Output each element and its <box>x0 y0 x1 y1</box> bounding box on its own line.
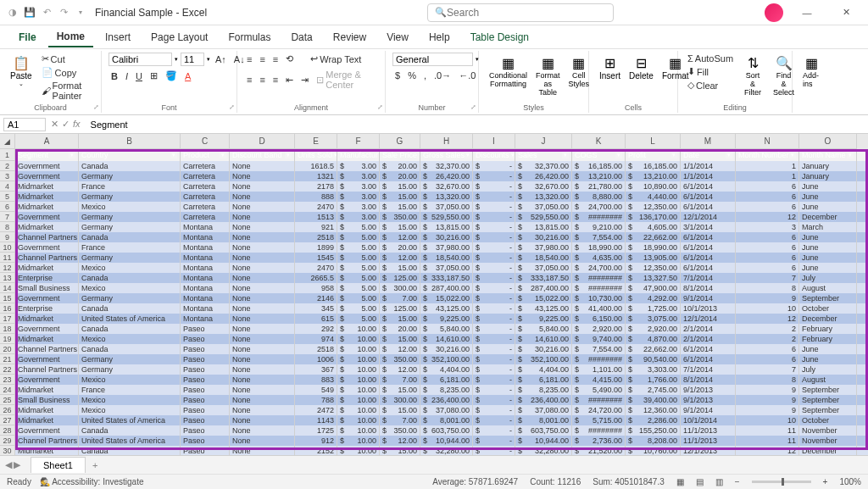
table-cell[interactable]: $10.00 <box>337 405 380 415</box>
table-cell[interactable]: Montana <box>181 242 230 253</box>
table-cell[interactable]: Enterprise <box>15 303 79 314</box>
table-cell[interactable]: $15.00 <box>380 314 420 324</box>
table-cell[interactable]: 1725 <box>295 425 337 436</box>
table-cell[interactable]: Mexico <box>79 334 181 344</box>
table-cell[interactable]: None <box>230 293 295 303</box>
table-cell[interactable]: $30,216.00 <box>420 344 473 354</box>
table-cell[interactable]: Germany <box>79 293 181 303</box>
table-cell[interactable]: $- <box>473 263 515 273</box>
col-header[interactable]: D <box>230 134 295 149</box>
enter-formula-icon[interactable]: ✓ <box>62 119 70 130</box>
table-cell[interactable]: 1321 <box>295 171 337 181</box>
table-cell[interactable]: $16,185.00 <box>572 161 626 171</box>
italic-button[interactable]: I <box>123 70 131 82</box>
table-cell[interactable]: $13,815.00 <box>515 222 572 232</box>
table-cell[interactable]: Midmarket <box>15 192 79 202</box>
table-cell[interactable]: $350.00 <box>380 212 420 222</box>
table-cell[interactable]: $12.00 <box>380 232 420 242</box>
tab-table-design[interactable]: Table Design <box>462 28 537 47</box>
table-cell[interactable]: Germany <box>79 364 181 375</box>
row-header[interactable]: 28 <box>0 425 15 436</box>
table-cell[interactable]: $9,225.00 <box>420 314 473 324</box>
table-cell[interactable]: Paseo <box>181 436 230 446</box>
table-cell[interactable]: $155,250.00 <box>626 425 681 436</box>
table-cell[interactable]: $300.00 <box>380 395 420 405</box>
row-header[interactable]: 27 <box>0 415 15 425</box>
table-cell[interactable]: September <box>799 293 857 303</box>
table-cell[interactable]: Midmarket <box>15 334 79 344</box>
table-cell[interactable]: $12.00 <box>380 344 420 354</box>
table-cell[interactable]: Paseo <box>181 364 230 375</box>
table-cell[interactable]: $24,700.00 <box>572 263 626 273</box>
insert-cells-button[interactable]: ⊞Insert <box>596 53 624 82</box>
table-cell[interactable]: December <box>799 212 857 222</box>
table-cell[interactable]: September <box>799 405 857 415</box>
name-box[interactable] <box>3 118 46 131</box>
table-cell[interactable]: 958 <box>295 283 337 293</box>
table-cell[interactable]: $5.00 <box>337 242 380 253</box>
table-cell[interactable]: $236,400.00 <box>420 395 473 405</box>
row-header[interactable]: 19 <box>0 334 15 344</box>
table-cell[interactable]: $9,225.00 <box>515 314 572 324</box>
table-cell[interactable]: 6 <box>736 354 799 364</box>
table-cell[interactable]: $350.00 <box>380 425 420 436</box>
table-cell[interactable]: $5.00 <box>337 263 380 273</box>
table-cell[interactable]: $41,400.00 <box>572 303 626 314</box>
table-cell[interactable]: 9 <box>736 293 799 303</box>
table-cell[interactable]: $10.00 <box>337 415 380 425</box>
view-page-icon[interactable]: ▤ <box>696 477 704 486</box>
table-cell[interactable]: 7 <box>736 273 799 283</box>
table-cell[interactable]: $2,920.00 <box>572 324 626 334</box>
table-cell[interactable]: $2,736.00 <box>572 436 626 446</box>
table-cell[interactable]: December <box>799 314 857 324</box>
table-cell[interactable]: $32,670.00 <box>515 181 572 192</box>
table-cell[interactable]: 1 <box>736 171 799 181</box>
table-cell[interactable]: 615 <box>295 314 337 324</box>
table-cell[interactable]: $22,662.00 <box>626 344 681 354</box>
table-cell[interactable]: $5.00 <box>337 273 380 283</box>
table-cell[interactable]: $10,890.00 <box>626 181 681 192</box>
table-cell[interactable]: $5.00 <box>337 303 380 314</box>
table-header[interactable]: Month Name▾ <box>799 149 857 161</box>
table-cell[interactable]: 2/1/2014 <box>681 334 736 344</box>
table-cell[interactable]: $47,900.00 <box>626 283 681 293</box>
table-cell[interactable]: None <box>230 222 295 232</box>
table-cell[interactable]: $12,350.00 <box>626 202 681 212</box>
table-cell[interactable]: Mexico <box>79 395 181 405</box>
table-cell[interactable]: Montana <box>181 314 230 324</box>
row-header[interactable]: 17 <box>0 314 15 324</box>
col-header[interactable]: G <box>380 134 420 149</box>
table-cell[interactable]: 7/1/2014 <box>681 364 736 375</box>
table-cell[interactable]: $10.00 <box>337 364 380 375</box>
increase-font-icon[interactable]: A↑ <box>213 53 229 65</box>
table-cell[interactable]: $- <box>473 425 515 436</box>
add-sheet-button[interactable]: + <box>86 458 104 473</box>
align-left-icon[interactable]: ≡ <box>244 74 254 86</box>
table-cell[interactable]: $3.00 <box>337 171 380 181</box>
clipboard-launcher-icon[interactable]: ⤢ <box>93 103 99 111</box>
table-cell[interactable]: Germany <box>79 354 181 364</box>
table-cell[interactable]: 9 <box>736 395 799 405</box>
table-cell[interactable]: 3 <box>736 222 799 232</box>
table-cell[interactable]: Government <box>15 293 79 303</box>
table-header[interactable]: Profit▾ <box>626 149 681 161</box>
table-cell[interactable]: $######## <box>572 425 626 436</box>
table-cell[interactable]: June <box>799 344 857 354</box>
col-header[interactable]: J <box>515 134 572 149</box>
row-header[interactable]: 24 <box>0 385 15 395</box>
table-cell[interactable]: $- <box>473 161 515 171</box>
table-cell[interactable]: $43,125.00 <box>515 303 572 314</box>
percent-icon[interactable]: % <box>405 69 419 81</box>
tab-page-layout[interactable]: Page Layout <box>142 28 216 47</box>
table-cell[interactable]: Government <box>15 212 79 222</box>
table-cell[interactable]: 367 <box>295 364 337 375</box>
table-cell[interactable]: $287,400.00 <box>420 283 473 293</box>
table-cell[interactable]: None <box>230 364 295 375</box>
table-cell[interactable]: None <box>230 314 295 324</box>
table-cell[interactable]: Carretera <box>181 161 230 171</box>
table-cell[interactable]: February <box>799 324 857 334</box>
table-cell[interactable]: $4,635.00 <box>572 253 626 263</box>
table-cell[interactable]: None <box>230 324 295 334</box>
table-cell[interactable]: Germany <box>79 192 181 202</box>
tab-view[interactable]: View <box>378 28 417 47</box>
